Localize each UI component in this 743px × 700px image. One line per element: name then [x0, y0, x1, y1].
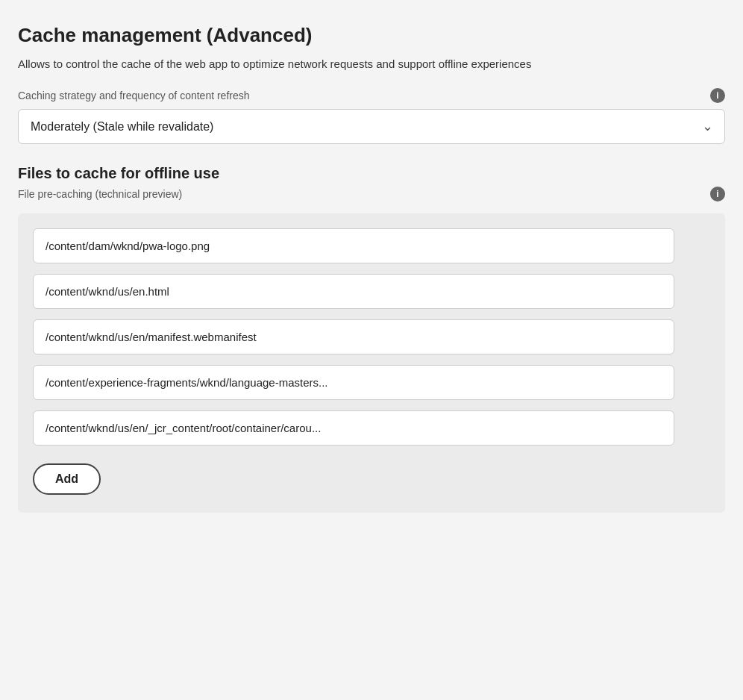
caching-strategy-label: Caching strategy and frequency of conten…: [18, 90, 250, 101]
file-input-0[interactable]: [33, 228, 674, 263]
add-button[interactable]: Add: [33, 463, 101, 495]
delete-button-1[interactable]: [683, 287, 692, 296]
file-row: [33, 228, 710, 263]
caching-strategy-select-wrapper: Moderately (Stale while revalidate)Aggre…: [18, 109, 725, 144]
caching-info-icon[interactable]: i: [710, 88, 725, 103]
file-row: [33, 365, 710, 400]
files-subtitle: File pre-caching (technical preview): [18, 188, 182, 200]
reorder-button-1[interactable]: [701, 287, 710, 296]
reorder-button-4[interactable]: [701, 423, 710, 432]
file-input-2[interactable]: [33, 319, 674, 354]
file-row: [33, 319, 710, 354]
delete-button-2[interactable]: [683, 332, 692, 341]
files-container: Add: [18, 213, 725, 513]
delete-button-4[interactable]: [683, 423, 692, 432]
file-input-4[interactable]: [33, 410, 674, 446]
page-description: Allows to control the cache of the web a…: [18, 56, 725, 73]
files-info-icon[interactable]: i: [710, 187, 725, 201]
page-title: Cache management (Advanced): [18, 24, 725, 47]
file-input-1[interactable]: [33, 274, 674, 309]
files-section-title: Files to cache for offline use: [18, 165, 725, 182]
reorder-button-0[interactable]: [701, 241, 710, 250]
reorder-button-2[interactable]: [701, 332, 710, 341]
reorder-button-3[interactable]: [701, 378, 710, 387]
caching-strategy-select[interactable]: Moderately (Stale while revalidate)Aggre…: [18, 109, 725, 144]
delete-button-3[interactable]: [683, 378, 692, 387]
file-input-3[interactable]: [33, 365, 674, 400]
file-row: [33, 410, 710, 446]
file-row: [33, 274, 710, 309]
delete-button-0[interactable]: [683, 241, 692, 250]
